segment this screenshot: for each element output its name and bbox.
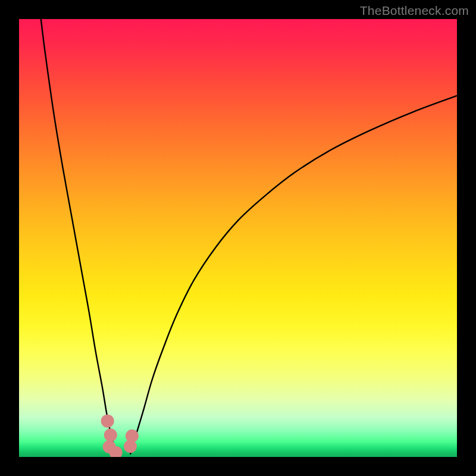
curves-layer [19,19,457,457]
watermark-text: TheBottleneck.com [360,4,469,18]
data-marker [124,440,137,453]
data-marker [104,428,117,441]
data-markers [101,415,139,457]
chart-frame: TheBottleneck.com [0,0,476,476]
left-curve [41,19,117,455]
data-marker [101,415,114,428]
plot-area [19,19,457,457]
right-curve [130,96,457,455]
